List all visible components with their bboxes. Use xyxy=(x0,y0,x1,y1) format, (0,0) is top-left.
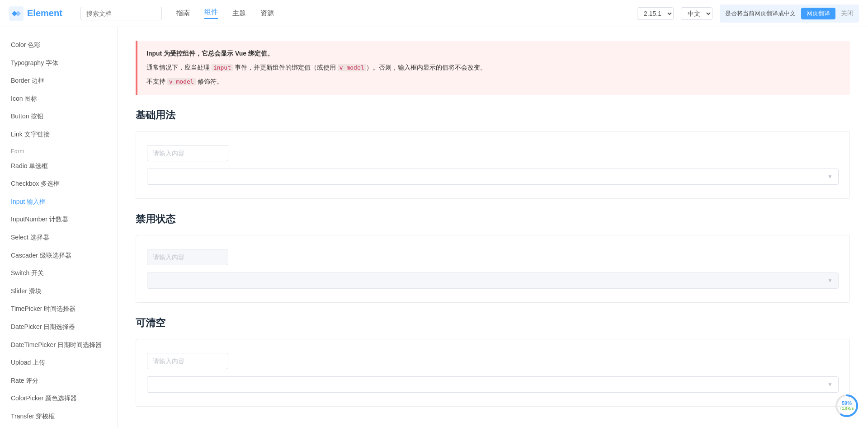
clearable-demo-box: ▼ xyxy=(136,339,850,407)
progress-subtext: ↑1.9K/s xyxy=(840,406,854,411)
clearable-title: 可清空 xyxy=(136,316,850,330)
progress-percent: 59% xyxy=(842,400,852,406)
basic-usage-title: 基础用法 xyxy=(136,108,850,122)
clearable-input-wrapper xyxy=(147,353,228,369)
sidebar-item-icon[interactable]: Icon 图标 xyxy=(0,90,117,108)
sidebar-item-input[interactable]: Input 输入框 xyxy=(0,193,117,211)
sidebar-item-color[interactable]: Color 色彩 xyxy=(0,36,117,54)
nav-resources[interactable]: 资源 xyxy=(260,9,274,18)
alert-box: Input 为受控组件，它总会显示 Vue 绑定值。 通常情况下，应当处理 in… xyxy=(136,41,850,95)
alert-line1: Input 为受控组件，它总会显示 Vue 绑定值。 xyxy=(146,48,841,59)
basic-select-arrow-icon: ▼ xyxy=(827,174,833,180)
disabled-input xyxy=(147,249,228,265)
search-input[interactable] xyxy=(80,7,162,20)
sidebar-item-datepicker[interactable]: DatePicker 日期选择器 xyxy=(0,318,117,336)
clearable-select: ▼ xyxy=(147,376,839,393)
sidebar-item-slider[interactable]: Slider 滑块 xyxy=(0,282,117,300)
alert-line2: 通常情况下，应当处理 input 事件，并更新组件的绑定值（或使用 v-mode… xyxy=(146,62,841,73)
progress-text: 59% ↑1.9K/s xyxy=(840,400,854,411)
sidebar-item-typography[interactable]: Typography 字体 xyxy=(0,54,117,72)
sidebar-item-checkbox[interactable]: Checkbox 多选框 xyxy=(0,175,117,193)
sidebar-item-upload[interactable]: Upload 上传 xyxy=(0,354,117,372)
logo: Element xyxy=(9,6,62,21)
translate-banner: 是否将当前网页翻译成中文 网页翻译 关闭 xyxy=(720,5,859,23)
sidebar: Color 色彩 Typography 字体 Border 边框 Icon 图标… xyxy=(0,27,118,427)
translate-question: 是否将当前网页翻译成中文 xyxy=(725,9,796,18)
translate-button[interactable]: 网页翻译 xyxy=(801,8,835,19)
basic-input-wrapper xyxy=(147,145,228,161)
clearable-input[interactable] xyxy=(147,353,228,369)
nav-theme[interactable]: 主题 xyxy=(232,9,246,18)
main-nav: 指南 组件 主题 资源 xyxy=(176,8,274,19)
main-content: Input 为受控组件，它总会显示 Vue 绑定值。 通常情况下，应当处理 in… xyxy=(118,27,868,427)
header-right: 2.15.1 中文 是否将当前网页翻译成中文 网页翻译 关闭 xyxy=(637,5,859,23)
nav-components[interactable]: 组件 xyxy=(204,8,218,19)
sidebar-item-rate[interactable]: Rate 评分 xyxy=(0,372,117,390)
sidebar-item-border[interactable]: Border 边框 xyxy=(0,72,117,90)
sidebar-item-transfer[interactable]: Transfer 穿梭框 xyxy=(0,408,117,426)
page-layout: Color 色彩 Typography 字体 Border 边框 Icon 图标… xyxy=(0,27,868,427)
close-translate-button[interactable]: 关闭 xyxy=(841,9,854,18)
sidebar-section-form: Form xyxy=(0,144,117,157)
disabled-title: 禁用状态 xyxy=(136,212,850,226)
disabled-demo-box: ▼ xyxy=(136,235,850,303)
sidebar-item-switch[interactable]: Switch 开关 xyxy=(0,264,117,282)
sidebar-item-select[interactable]: Select 选择器 xyxy=(0,229,117,247)
basic-select-trigger[interactable]: ▼ xyxy=(147,169,839,185)
basic-demo-box: ▼ xyxy=(136,131,850,199)
sidebar-item-datetimepicker[interactable]: DateTimePicker 日期时间选择器 xyxy=(0,336,117,354)
clearable-select-trigger[interactable]: ▼ xyxy=(147,376,839,393)
sidebar-item-radio[interactable]: Radio 单选框 xyxy=(0,157,117,175)
alert-line3: 不支持 v-model 修饰符。 xyxy=(146,76,841,87)
clearable-select-arrow-icon: ▼ xyxy=(827,381,833,388)
sidebar-item-cascader[interactable]: Cascader 级联选择器 xyxy=(0,247,117,265)
sidebar-item-colorpicker[interactable]: ColorPicker 颜色选择器 xyxy=(0,389,117,408)
nav-guide[interactable]: 指南 xyxy=(176,9,190,18)
language-selector[interactable]: 中文 xyxy=(681,7,712,20)
sidebar-item-timepicker[interactable]: TimePicker 时间选择器 xyxy=(0,300,117,318)
progress-circle: 59% ↑1.9K/s xyxy=(835,394,859,418)
sidebar-item-button[interactable]: Button 按钮 xyxy=(0,108,117,126)
logo-icon xyxy=(9,6,24,21)
version-selector[interactable]: 2.15.1 xyxy=(637,7,674,20)
basic-select: ▼ xyxy=(147,169,839,185)
sidebar-item-link[interactable]: Link 文字链接 xyxy=(0,126,117,144)
sidebar-item-inputnumber[interactable]: InputNumber 计数器 xyxy=(0,211,117,229)
disabled-input-wrapper xyxy=(147,249,228,265)
header: Element 指南 组件 主题 资源 2.15.1 中文 是否将当前网页翻译成… xyxy=(0,0,868,27)
logo-text: Element xyxy=(27,8,62,19)
basic-input[interactable] xyxy=(147,145,228,161)
disabled-select-arrow-icon: ▼ xyxy=(827,277,833,284)
disabled-select-trigger: ▼ xyxy=(147,272,839,289)
disabled-select: ▼ xyxy=(147,272,839,289)
